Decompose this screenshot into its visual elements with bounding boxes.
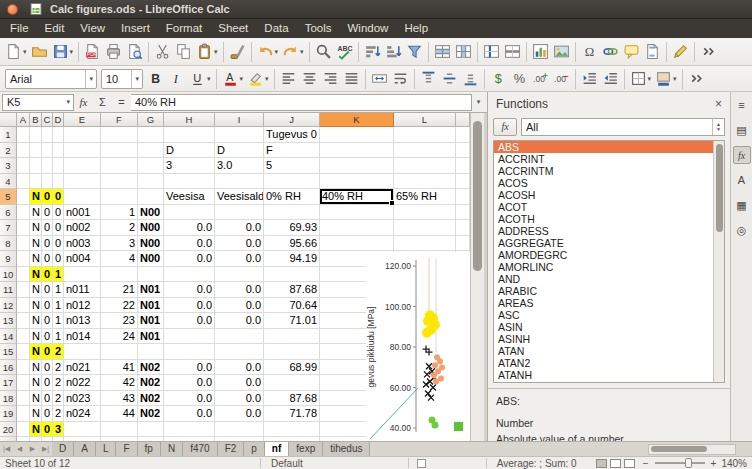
align-right-button[interactable] <box>320 67 341 91</box>
cell-E11[interactable]: n011 <box>64 282 101 298</box>
next-sheet-button[interactable]: ▶ <box>26 442 39 456</box>
cell-J16[interactable]: 68.99 <box>264 360 320 376</box>
cell-H1[interactable] <box>164 127 215 143</box>
page-style-indicator[interactable]: Default <box>271 458 303 469</box>
insert-row-button[interactable] <box>432 40 453 64</box>
cell-I1[interactable] <box>215 127 264 143</box>
menu-sheet[interactable]: Sheet <box>210 19 256 38</box>
menu-insert[interactable]: Insert <box>113 19 158 38</box>
function-item-areas[interactable]: AREAS <box>494 297 724 309</box>
cell-D9[interactable]: 0 <box>53 251 64 267</box>
cell-A1[interactable] <box>17 127 30 143</box>
cell-A4[interactable] <box>17 174 30 190</box>
cell-G8[interactable]: N00 <box>138 236 164 252</box>
cell-C20[interactable]: 0 <box>42 422 53 438</box>
cell-G18[interactable]: N02 <box>138 391 164 407</box>
function-wizard-button[interactable]: fx <box>74 96 93 108</box>
redo-button[interactable]: ▾ <box>280 40 306 64</box>
cell-F7[interactable]: 2 <box>101 220 138 236</box>
undo-button[interactable]: ▾ <box>255 40 281 64</box>
cell-F9[interactable]: 4 <box>101 251 138 267</box>
cell-C14[interactable]: 0 <box>42 329 53 345</box>
cell-J6[interactable] <box>264 205 320 221</box>
cell-I2[interactable]: D <box>215 143 264 159</box>
cell-A15[interactable] <box>17 344 30 360</box>
cell-L1[interactable] <box>394 127 456 143</box>
cell-E17[interactable]: n022 <box>64 375 101 391</box>
cell-D20[interactable]: 3 <box>53 422 64 438</box>
cell-I17[interactable]: 0.0 <box>215 375 264 391</box>
cell-B2[interactable] <box>30 143 42 159</box>
center-vertically-button[interactable] <box>439 67 460 91</box>
cell-H16[interactable]: 0.0 <box>164 360 215 376</box>
font-color-dropdown[interactable]: ▾ <box>240 75 244 83</box>
last-sheet-button[interactable]: ▶| <box>39 442 52 456</box>
menu-data[interactable]: Data <box>256 19 296 38</box>
headers-footers-button[interactable] <box>642 40 663 64</box>
cell-K7[interactable] <box>320 220 394 236</box>
menu-window[interactable]: Window <box>339 19 396 38</box>
cell-D15[interactable]: 2 <box>53 344 64 360</box>
cell-J13[interactable]: 71.01 <box>264 313 320 329</box>
cell-G20[interactable] <box>138 422 164 438</box>
cell-F12[interactable]: 22 <box>101 298 138 314</box>
zoom-slider-handle[interactable] <box>685 458 692 468</box>
menu-help[interactable]: Help <box>396 19 436 38</box>
cell-E1[interactable] <box>64 127 101 143</box>
cell-C2[interactable] <box>42 143 53 159</box>
cell-H8[interactable]: 0.0 <box>164 236 215 252</box>
increase-indent-button[interactable] <box>579 67 600 91</box>
cell-G19[interactable]: N02 <box>138 406 164 422</box>
cell-A13[interactable] <box>17 313 30 329</box>
cell-C10[interactable]: 0 <box>42 267 53 283</box>
row-header-8[interactable]: 8 <box>0 236 17 252</box>
cell-E6[interactable]: n001 <box>64 205 101 221</box>
view-normal-button[interactable] <box>596 459 607 468</box>
cell-E19[interactable]: n024 <box>64 406 101 422</box>
cell-I18[interactable]: 0.0 <box>215 391 264 407</box>
styles-icon[interactable]: A <box>733 171 751 189</box>
cell-D4[interactable] <box>53 174 64 190</box>
function-item-amordegrc[interactable]: AMORDEGRC <box>494 249 724 261</box>
print-button[interactable] <box>103 40 124 64</box>
sort-descending-button[interactable] <box>383 40 404 64</box>
cell-A20[interactable] <box>17 422 30 438</box>
cell-E4[interactable] <box>64 174 101 190</box>
align-left-button[interactable] <box>278 67 299 91</box>
cell-J8[interactable]: 95.66 <box>264 236 320 252</box>
wrap-text-button[interactable] <box>390 67 411 91</box>
cell-F8[interactable]: 3 <box>101 236 138 252</box>
function-item-atanh[interactable]: ATANH <box>494 369 724 381</box>
cell-E5[interactable] <box>64 189 101 205</box>
cell-H10[interactable] <box>164 267 215 283</box>
column-header-I[interactable]: I <box>215 113 264 127</box>
special-character-button[interactable]: Ω <box>579 40 600 64</box>
cell-I8[interactable]: 0.0 <box>215 236 264 252</box>
spelling-button[interactable]: ABC <box>334 40 355 64</box>
cell-A10[interactable] <box>17 267 30 283</box>
insert-function-button[interactable]: fx <box>493 118 517 136</box>
cell-C13[interactable]: 0 <box>42 313 53 329</box>
cell-E3[interactable] <box>64 158 101 174</box>
row-header-9[interactable]: 9 <box>0 251 17 267</box>
cell-H13[interactable]: 0.0 <box>164 313 215 329</box>
cell-B10[interactable]: N <box>30 267 42 283</box>
cell-B8[interactable]: N <box>30 236 42 252</box>
cell-F13[interactable]: 23 <box>101 313 138 329</box>
gallery-icon[interactable]: ▦ <box>733 196 751 214</box>
row-header-12[interactable]: 12 <box>0 298 17 314</box>
cell-B18[interactable]: N <box>30 391 42 407</box>
row-header-16[interactable]: 16 <box>0 360 17 376</box>
highlighting-color-button[interactable]: ▾ <box>245 67 271 91</box>
function-item-atan2[interactable]: ATAN2 <box>494 357 724 369</box>
find-replace-button[interactable] <box>313 40 334 64</box>
column-header-A[interactable]: A <box>17 113 30 127</box>
cell-A5[interactable] <box>17 189 30 205</box>
function-item-and[interactable]: AND <box>494 273 724 285</box>
close-panel-icon[interactable]: × <box>715 97 722 111</box>
export-pdf-button[interactable]: PDF <box>82 40 103 64</box>
freeze-panes-button[interactable] <box>481 40 502 64</box>
cell-G9[interactable]: N00 <box>138 251 164 267</box>
cell-A18[interactable] <box>17 391 30 407</box>
cell-F17[interactable]: 42 <box>101 375 138 391</box>
